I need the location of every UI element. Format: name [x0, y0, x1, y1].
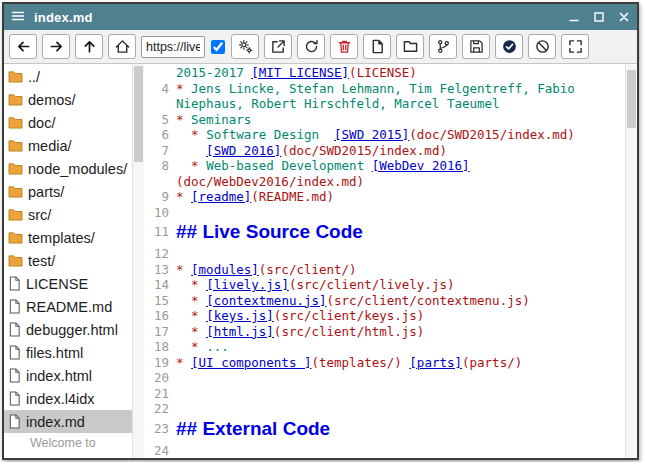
code-text[interactable]: *: [176, 262, 191, 277]
code-text[interactable]: [176, 143, 206, 158]
markdown-header[interactable]: ## Live Source Code: [176, 221, 363, 242]
code-text[interactable]: *: [191, 324, 206, 339]
editor-line[interactable]: 2015-2017 [MIT LICENSE](LICENSE): [144, 65, 625, 81]
code-text[interactable]: *: [191, 158, 206, 173]
code-text[interactable]: [176, 324, 191, 339]
home-button[interactable]: [108, 34, 136, 59]
open-folder-button[interactable]: [396, 34, 424, 59]
markdown-url[interactable]: (README.md): [251, 189, 334, 204]
url-input[interactable]: [141, 36, 205, 58]
editor-line[interactable]: 23## External Code: [144, 417, 625, 443]
fullscreen-button[interactable]: [561, 34, 589, 59]
line-content[interactable]: [176, 370, 625, 386]
settings-button[interactable]: [231, 34, 259, 59]
up-button[interactable]: [75, 34, 103, 59]
folder-item[interactable]: parts/: [4, 180, 132, 203]
code-text[interactable]: *: [176, 355, 191, 370]
line-content[interactable]: * ...: [176, 339, 625, 355]
editor-line[interactable]: 5* Seminars: [144, 112, 625, 128]
markdown-link[interactable]: [MIT LICENSE]: [251, 65, 349, 80]
folder-item[interactable]: src/: [4, 203, 132, 226]
maximize-button[interactable]: [593, 11, 605, 23]
git-branch-button[interactable]: [429, 34, 457, 59]
markdown-header[interactable]: ## External Code: [176, 418, 330, 439]
markdown-link[interactable]: [lively.js]: [206, 277, 289, 292]
markdown-link[interactable]: [SWD 2016]: [206, 143, 281, 158]
markdown-link[interactable]: [contextmenu.js]: [206, 293, 326, 308]
editor-line[interactable]: 6 * Software Design [SWD 2015](doc/SWD20…: [144, 127, 625, 143]
toolbar-checkbox[interactable]: [211, 40, 225, 54]
close-button[interactable]: [618, 11, 630, 23]
line-content[interactable]: * [lively.js](src/client/lively.js): [176, 277, 625, 293]
line-content[interactable]: * [html.js](src/client/html.js): [176, 324, 625, 340]
folder-item[interactable]: node_modules/: [4, 157, 132, 180]
editor-line[interactable]: 21: [144, 386, 625, 402]
code-text[interactable]: Web-based Development: [206, 158, 372, 173]
markdown-link[interactable]: [parts]: [409, 355, 462, 370]
code-text[interactable]: [176, 277, 191, 292]
markdown-url[interactable]: (src/client/keys.js): [274, 308, 425, 323]
markdown-link[interactable]: [html.js]: [206, 324, 274, 339]
line-content[interactable]: * [UI components ](templates/) [parts](p…: [176, 355, 625, 371]
markdown-url[interactable]: (src/client/contextmenu.js): [327, 293, 530, 308]
code-text[interactable]: [176, 158, 191, 173]
code-text[interactable]: *: [191, 293, 206, 308]
editor-line[interactable]: 19* [UI components ](templates/) [parts]…: [144, 355, 625, 371]
editor-line[interactable]: 4* Jens Lincke, Stefan Lehmann, Tim Felg…: [144, 81, 625, 112]
editor-line[interactable]: 17 * [html.js](src/client/html.js): [144, 324, 625, 340]
code-text[interactable]: *: [191, 339, 206, 354]
markdown-url[interactable]: (doc/SWD2015/index.md): [281, 143, 447, 158]
editor-line[interactable]: 14 * [lively.js](src/client/lively.js): [144, 277, 625, 293]
code-text[interactable]: *: [191, 127, 206, 142]
line-content[interactable]: * [readme](README.md): [176, 189, 625, 205]
folder-item[interactable]: demos/: [4, 88, 132, 111]
file-item[interactable]: files.html: [4, 341, 132, 364]
markdown-link[interactable]: [UI components ]: [191, 355, 311, 370]
editor-line[interactable]: 24: [144, 443, 625, 459]
code-text[interactable]: Software Design: [206, 127, 334, 142]
markdown-link[interactable]: [keys.js]: [206, 308, 274, 323]
markdown-url[interactable]: (templates/): [311, 355, 401, 370]
markdown-link[interactable]: [WebDev 2016]: [372, 158, 470, 173]
line-content[interactable]: * Software Design [SWD 2015](doc/SWD2015…: [176, 127, 625, 143]
line-content[interactable]: [176, 246, 625, 262]
line-content[interactable]: * [keys.js](src/client/keys.js): [176, 308, 625, 324]
editor-line[interactable]: 22: [144, 401, 625, 417]
line-content[interactable]: [176, 401, 625, 417]
save-button[interactable]: [462, 34, 490, 59]
line-content[interactable]: [176, 443, 625, 459]
file-item[interactable]: debugger.html: [4, 318, 132, 341]
line-content[interactable]: ## Live Source Code: [176, 221, 625, 244]
file-item[interactable]: LICENSE: [4, 272, 132, 295]
markdown-link[interactable]: [modules]: [191, 262, 259, 277]
markdown-link[interactable]: [readme]: [191, 189, 251, 204]
file-item[interactable]: README.md: [4, 295, 132, 318]
line-content[interactable]: * [contextmenu.js](src/client/contextmen…: [176, 293, 625, 309]
editor-line[interactable]: 16 * [keys.js](src/client/keys.js): [144, 308, 625, 324]
line-content[interactable]: [176, 386, 625, 402]
scrollbar-thumb[interactable]: [627, 70, 636, 128]
line-content[interactable]: * Web-based Development [WebDev 2016](do…: [176, 158, 625, 189]
code-text[interactable]: [176, 339, 191, 354]
file-item[interactable]: index.md: [4, 410, 132, 433]
code-text[interactable]: 2015-2017: [176, 65, 251, 80]
refresh-button[interactable]: [297, 34, 325, 59]
line-content[interactable]: 2015-2017 [MIT LICENSE](LICENSE): [176, 65, 625, 81]
file-item[interactable]: index.html: [4, 364, 132, 387]
delete-button[interactable]: [330, 34, 358, 59]
code-text[interactable]: [176, 308, 191, 323]
editor-line[interactable]: 18 * ...: [144, 339, 625, 355]
line-content[interactable]: [176, 205, 625, 221]
line-content[interactable]: ## External Code: [176, 418, 625, 441]
markdown-url[interactable]: (doc/WebDev2016/index.md): [176, 174, 364, 189]
editor-line[interactable]: 12: [144, 246, 625, 262]
code-text[interactable]: *: [191, 277, 206, 292]
markdown-link[interactable]: [SWD 2015]: [334, 127, 409, 142]
folder-item[interactable]: media/: [4, 134, 132, 157]
code-text[interactable]: Seminars: [191, 112, 251, 127]
folder-item[interactable]: ../: [4, 65, 132, 88]
markdown-url[interactable]: (src/client/html.js): [274, 324, 425, 339]
scrollbar-thumb[interactable]: [134, 66, 143, 162]
markdown-url[interactable]: (LICENSE): [349, 65, 417, 80]
editor-line[interactable]: 7 [SWD 2016](doc/SWD2015/index.md): [144, 143, 625, 159]
